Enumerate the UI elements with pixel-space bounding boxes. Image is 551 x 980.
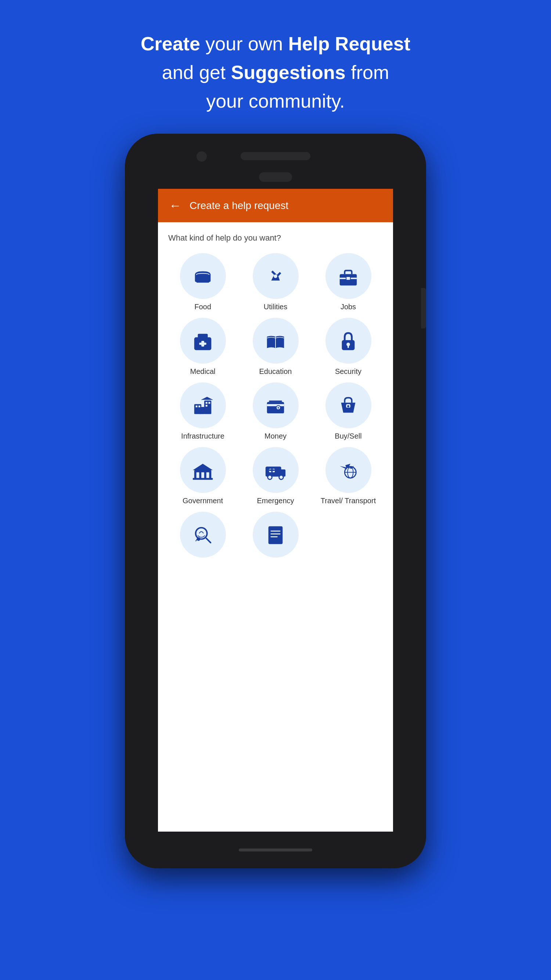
emergency-icon-circle [253, 447, 299, 493]
svg-rect-6 [197, 334, 207, 338]
phone-wrapper: ← Create a help request What kind of hel… [125, 134, 426, 868]
svg-rect-45 [270, 533, 280, 535]
infrastructure-icon [191, 394, 214, 417]
category-medical[interactable]: Medical [168, 318, 237, 376]
education-icon-circle [253, 318, 299, 364]
category-security[interactable]: Security [314, 318, 383, 376]
svg-rect-29 [207, 472, 209, 478]
hero-from: from [346, 62, 389, 83]
infrastructure-label: Infrastructure [181, 432, 225, 441]
svg-rect-17 [206, 402, 207, 404]
education-label: Education [260, 368, 292, 376]
utilities-icon [264, 265, 287, 288]
svg-rect-21 [267, 404, 284, 406]
travel-icon [337, 459, 360, 482]
svg-point-33 [268, 475, 272, 479]
money-label: Money [264, 432, 287, 441]
svg-rect-19 [206, 405, 207, 407]
security-icon [337, 329, 360, 352]
security-label: Security [335, 368, 361, 376]
svg-rect-4 [346, 276, 350, 280]
speaker-grille [240, 152, 311, 160]
svg-rect-15 [196, 406, 197, 407]
government-icon-circle [180, 447, 226, 493]
categories-grid: Food Utilities [168, 253, 383, 505]
infrastructure-icon-circle [180, 382, 226, 428]
category-jobs[interactable]: Jobs [314, 253, 383, 311]
category-extra3-placeholder [314, 512, 383, 558]
extra1-icon [191, 523, 214, 546]
screen-content: What kind of help do you want? [158, 222, 393, 832]
svg-rect-37 [269, 469, 275, 471]
extra2-icon-circle [253, 512, 299, 558]
back-button[interactable]: ← [169, 198, 182, 213]
hero-line3: your community. [206, 91, 345, 112]
side-button [421, 288, 426, 328]
svg-rect-16 [198, 406, 200, 407]
category-money[interactable]: ₹ Money [241, 382, 310, 441]
food-icon [191, 265, 214, 288]
category-education[interactable]: Education [241, 318, 310, 376]
category-infrastructure[interactable]: Infrastructure [168, 382, 237, 441]
question-label: What kind of help do you want? [168, 233, 383, 243]
bottom-partial-row [168, 512, 383, 558]
government-label: Government [183, 496, 223, 505]
svg-rect-46 [270, 536, 277, 537]
hero-help-request: Help Request [288, 33, 410, 54]
emergency-label: Emergency [257, 496, 294, 505]
money-icon: ₹ [264, 394, 287, 417]
hero-and-get: and get [162, 62, 231, 83]
hero-text: Create your own Help Request and get Sug… [104, 29, 447, 115]
extra1-icon-circle [180, 512, 226, 558]
medical-icon [191, 329, 214, 352]
security-icon-circle [325, 318, 371, 364]
category-government[interactable]: Government [168, 447, 237, 505]
category-buysell[interactable]: Buy/Sell [314, 382, 383, 441]
emergency-icon [264, 459, 287, 482]
category-emergency[interactable]: Emergency [241, 447, 310, 505]
education-icon [264, 329, 287, 352]
hero-your-own: your own [200, 33, 288, 54]
phone-top-notch [125, 134, 426, 189]
jobs-icon-circle [325, 253, 371, 299]
hero-suggestions: Suggestions [231, 62, 346, 83]
svg-point-34 [279, 475, 283, 479]
medical-label: Medical [190, 368, 216, 376]
utilities-label: Utilities [264, 303, 287, 311]
jobs-label: Jobs [341, 303, 356, 311]
svg-rect-30 [193, 478, 213, 480]
svg-rect-14 [199, 407, 205, 414]
phone-screen: ← Create a help request What kind of hel… [158, 189, 393, 832]
category-food[interactable]: Food [168, 253, 237, 311]
svg-rect-11 [347, 345, 349, 348]
category-extra1[interactable] [168, 512, 237, 558]
food-label: Food [194, 303, 211, 311]
jobs-icon [337, 265, 360, 288]
app-header-bar: ← Create a help request [158, 189, 393, 222]
svg-point-1 [274, 274, 277, 278]
buysell-label: Buy/Sell [334, 432, 361, 441]
hero-create: Create [141, 33, 200, 54]
travel-icon-circle [325, 447, 371, 493]
category-extra2[interactable] [241, 512, 310, 558]
svg-point-25 [347, 405, 349, 407]
phone-bottom [125, 832, 426, 868]
camera-lens [196, 151, 207, 162]
svg-rect-28 [201, 472, 204, 478]
svg-rect-43 [269, 526, 283, 544]
page-background: Create your own Help Request and get Sug… [0, 0, 551, 980]
svg-rect-27 [196, 472, 199, 478]
utilities-icon-circle [253, 253, 299, 299]
hero-line2: and get Suggestions from [162, 62, 389, 83]
buysell-icon [337, 394, 360, 417]
food-icon-circle [180, 253, 226, 299]
svg-rect-44 [270, 530, 280, 531]
category-utilities[interactable]: Utilities [241, 253, 310, 311]
svg-rect-8 [199, 342, 206, 345]
svg-point-42 [197, 537, 201, 541]
travel-label: Travel/ Transport [321, 496, 376, 505]
medical-icon-circle [180, 318, 226, 364]
category-travel[interactable]: Travel/ Transport [314, 447, 383, 505]
government-icon [191, 459, 214, 482]
home-indicator [239, 848, 312, 851]
